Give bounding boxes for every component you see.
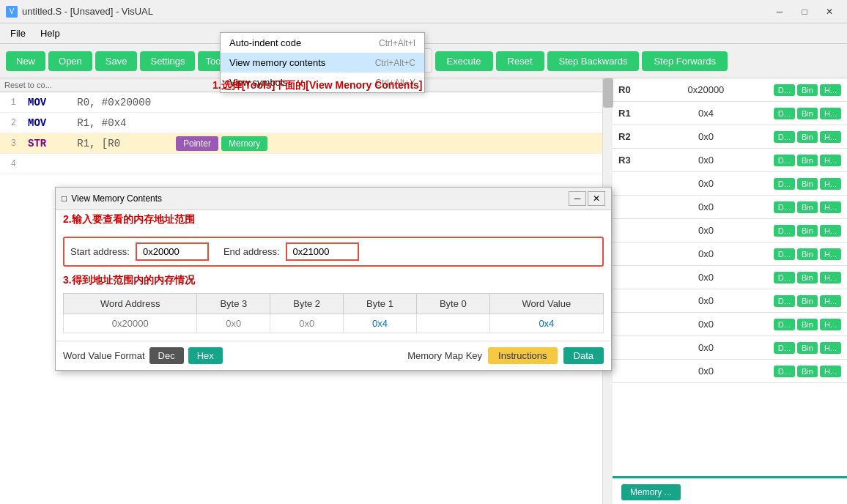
code-lines: 1 MOV R0, #0x20000 2 MOV R1, #0x4 3 STR <box>0 92 612 174</box>
col-word-address: Word Address <box>64 294 197 314</box>
register-row-12: 0x0 D... Bin H... <box>613 360 847 383</box>
register-row-r0: R0 0x20000 D... Bin H... <box>613 78 847 102</box>
cell-word-value: 0x4 <box>489 314 603 333</box>
step-backwards-button[interactable]: Step Backwards <box>547 51 640 71</box>
register-row-4: 0x0 D... Bin H... <box>613 172 847 196</box>
word-value-format-label: Word Value Format <box>63 350 145 361</box>
instructions-button[interactable]: Instructions <box>488 347 557 364</box>
r2-bin-button[interactable]: Bin <box>797 131 818 143</box>
r5-bin-button[interactable]: Bin <box>797 201 818 213</box>
r0-bin-button[interactable]: Bin <box>797 84 818 96</box>
pointer-button[interactable]: Pointer <box>176 136 218 151</box>
close-button[interactable]: ✕ <box>818 0 841 23</box>
r9-bin-button[interactable]: Bin <box>797 295 818 307</box>
register-row-11: 0x0 D... Bin H... <box>613 336 847 360</box>
r6-h-button[interactable]: H... <box>820 225 841 237</box>
r12-bin-button[interactable]: Bin <box>797 366 818 377</box>
register-row-7: 0x0 D... Bin H... <box>613 242 847 266</box>
r7-d-button[interactable]: D... <box>774 248 795 260</box>
open-button[interactable]: Open <box>48 51 92 71</box>
r10-h-button[interactable]: H... <box>820 319 841 330</box>
r2-d-button[interactable]: D... <box>774 131 795 143</box>
dec-button[interactable]: Dec <box>149 347 184 364</box>
cell-word-address: 0x20000 <box>64 314 197 333</box>
r8-h-button[interactable]: H... <box>820 272 841 284</box>
r11-h-button[interactable]: H... <box>820 342 841 354</box>
dialog-close-button[interactable]: ✕ <box>588 191 605 206</box>
auto-indent-menu-item[interactable]: Auto-indent code Ctrl+Alt+I <box>221 33 424 53</box>
title-bar: V untitled.S - [Unsaved] - VisUAL ─ □ ✕ <box>0 0 847 23</box>
start-address-input[interactable] <box>136 242 209 261</box>
dialog-minimize-button[interactable]: ─ <box>569 191 586 206</box>
r4-h-button[interactable]: H... <box>820 178 841 190</box>
r10-d-button[interactable]: D... <box>774 319 795 330</box>
dialog-controls: ─ ✕ <box>569 191 605 206</box>
r3-h-button[interactable]: H... <box>820 155 841 166</box>
registers-area: R0 0x20000 D... Bin H... R1 0x4 D... Bin… <box>613 78 847 476</box>
minimize-button[interactable]: ─ <box>768 0 791 23</box>
r8-bin-button[interactable]: Bin <box>797 272 818 284</box>
r11-d-button[interactable]: D... <box>774 342 795 354</box>
memory-tab-button[interactable]: Memory ... <box>621 484 681 500</box>
register-row-r2: R2 0x0 D... Bin H... <box>613 125 847 149</box>
end-address-label: End address: <box>223 246 280 257</box>
r1-bin-button[interactable]: Bin <box>797 108 818 119</box>
r12-h-button[interactable]: H... <box>820 366 841 377</box>
r3-bin-button[interactable]: Bin <box>797 155 818 166</box>
format-area: Word Value Format Dec Hex <box>63 347 223 364</box>
maximize-button[interactable]: □ <box>793 0 816 23</box>
register-row-r3: R3 0x0 D... Bin H... <box>613 149 847 172</box>
r8-d-button[interactable]: D... <box>774 272 795 284</box>
code-line-4: 4 <box>0 154 612 174</box>
r5-d-button[interactable]: D... <box>774 201 795 213</box>
reset-button[interactable]: Reset <box>496 51 544 71</box>
dialog-titlebar: □ View Memory Contents ─ ✕ <box>56 188 611 210</box>
settings-button[interactable]: Settings <box>140 51 195 71</box>
r4-bin-button[interactable]: Bin <box>797 178 818 190</box>
end-address-input[interactable] <box>286 242 359 261</box>
r10-bin-button[interactable]: Bin <box>797 319 818 330</box>
col-word-value: Word Value <box>489 294 603 314</box>
save-button[interactable]: Save <box>95 51 138 71</box>
right-panel: R0 0x20000 D... Bin H... R1 0x4 D... Bin… <box>613 78 847 504</box>
r0-h-button[interactable]: H... <box>820 84 841 96</box>
scrollbar-thumb[interactable] <box>603 78 613 108</box>
r9-h-button[interactable]: H... <box>820 295 841 307</box>
r3-d-button[interactable]: D... <box>774 155 795 166</box>
r0-d-button[interactable]: D... <box>774 84 795 96</box>
r5-h-button[interactable]: H... <box>820 201 841 213</box>
cell-byte1: 0x4 <box>344 314 417 333</box>
r2-h-button[interactable]: H... <box>820 131 841 143</box>
memory-tab-area: Memory ... <box>613 476 847 504</box>
execute-button[interactable]: Execute <box>435 51 493 71</box>
r1-h-button[interactable]: H... <box>820 108 841 119</box>
hex-button[interactable]: Hex <box>188 347 223 364</box>
new-button[interactable]: New <box>6 51 45 71</box>
r4-d-button[interactable]: D... <box>774 178 795 190</box>
r11-bin-button[interactable]: Bin <box>797 342 818 354</box>
r6-d-button[interactable]: D... <box>774 225 795 237</box>
data-button[interactable]: Data <box>563 347 604 364</box>
r7-bin-button[interactable]: Bin <box>797 248 818 260</box>
view-memory-menu-item[interactable]: View memory contents Ctrl+Alt+C <box>221 53 424 73</box>
menu-file[interactable]: File <box>3 25 33 42</box>
r9-d-button[interactable]: D... <box>774 295 795 307</box>
view-memory-dialog: □ View Memory Contents ─ ✕ 2.输入要查看的内存地址范… <box>55 187 612 371</box>
view-symbols-menu-item[interactable]: View symbols Ctrl+Alt+Y <box>221 73 424 92</box>
col-byte2: Byte 2 <box>270 294 344 314</box>
table-row: 0x20000 0x0 0x0 0x4 0x4 <box>64 314 604 333</box>
start-address-label: Start address: <box>70 246 130 257</box>
r12-d-button[interactable]: D... <box>774 366 795 377</box>
r6-bin-button[interactable]: Bin <box>797 225 818 237</box>
window-title: untitled.S - [Unsaved] - VisUAL <box>22 6 768 17</box>
dialog-icon: □ <box>62 193 67 204</box>
annotation-3: 3.得到地址范围内的内存情况 <box>63 274 604 287</box>
cell-byte3: 0x0 <box>197 314 270 333</box>
r1-d-button[interactable]: D... <box>774 108 795 119</box>
step-forwards-button[interactable]: Step Forwards <box>642 51 728 71</box>
menu-help[interactable]: Help <box>33 25 67 42</box>
map-key-area: Memory Map Key Instructions Data <box>407 347 604 364</box>
cell-byte0 <box>416 314 489 333</box>
memory-button[interactable]: Memory <box>221 136 267 151</box>
r7-h-button[interactable]: H... <box>820 248 841 260</box>
